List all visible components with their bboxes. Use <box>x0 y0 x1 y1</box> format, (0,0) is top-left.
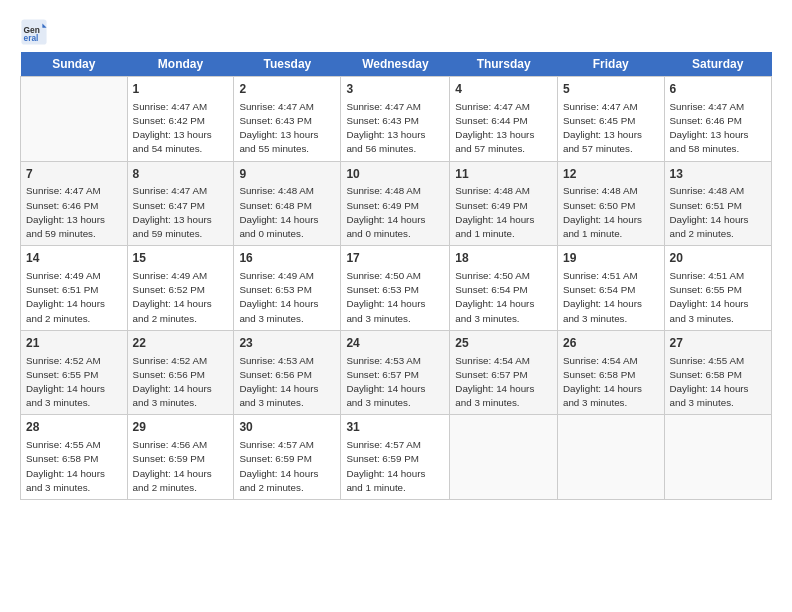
day-info: Sunrise: 4:57 AM Sunset: 6:59 PM Dayligh… <box>239 438 335 495</box>
day-info: Sunrise: 4:47 AM Sunset: 6:42 PM Dayligh… <box>133 100 229 157</box>
day-number: 4 <box>455 81 552 98</box>
calendar-cell: 13Sunrise: 4:48 AM Sunset: 6:51 PM Dayli… <box>664 161 771 246</box>
header-row: Gen eral <box>20 18 772 46</box>
day-info: Sunrise: 4:51 AM Sunset: 6:55 PM Dayligh… <box>670 269 766 326</box>
calendar-cell: 1Sunrise: 4:47 AM Sunset: 6:42 PM Daylig… <box>127 77 234 162</box>
day-info: Sunrise: 4:55 AM Sunset: 6:58 PM Dayligh… <box>670 354 766 411</box>
day-number: 17 <box>346 250 444 267</box>
day-number: 12 <box>563 166 659 183</box>
calendar-cell: 25Sunrise: 4:54 AM Sunset: 6:57 PM Dayli… <box>450 330 558 415</box>
col-header-tuesday: Tuesday <box>234 52 341 77</box>
calendar-week-4: 21Sunrise: 4:52 AM Sunset: 6:55 PM Dayli… <box>21 330 772 415</box>
calendar-cell: 8Sunrise: 4:47 AM Sunset: 6:47 PM Daylig… <box>127 161 234 246</box>
calendar-cell: 16Sunrise: 4:49 AM Sunset: 6:53 PM Dayli… <box>234 246 341 331</box>
calendar-cell: 21Sunrise: 4:52 AM Sunset: 6:55 PM Dayli… <box>21 330 128 415</box>
day-number: 15 <box>133 250 229 267</box>
day-number: 3 <box>346 81 444 98</box>
day-number: 23 <box>239 335 335 352</box>
day-number: 1 <box>133 81 229 98</box>
calendar-cell: 12Sunrise: 4:48 AM Sunset: 6:50 PM Dayli… <box>557 161 664 246</box>
day-number: 20 <box>670 250 766 267</box>
day-number: 26 <box>563 335 659 352</box>
day-number: 19 <box>563 250 659 267</box>
day-number: 13 <box>670 166 766 183</box>
day-info: Sunrise: 4:47 AM Sunset: 6:46 PM Dayligh… <box>26 184 122 241</box>
day-number: 16 <box>239 250 335 267</box>
col-header-monday: Monday <box>127 52 234 77</box>
col-header-wednesday: Wednesday <box>341 52 450 77</box>
calendar-cell: 11Sunrise: 4:48 AM Sunset: 6:49 PM Dayli… <box>450 161 558 246</box>
day-number: 29 <box>133 419 229 436</box>
calendar-cell: 19Sunrise: 4:51 AM Sunset: 6:54 PM Dayli… <box>557 246 664 331</box>
day-info: Sunrise: 4:53 AM Sunset: 6:57 PM Dayligh… <box>346 354 444 411</box>
day-number: 28 <box>26 419 122 436</box>
day-number: 18 <box>455 250 552 267</box>
day-info: Sunrise: 4:47 AM Sunset: 6:43 PM Dayligh… <box>239 100 335 157</box>
calendar-cell: 7Sunrise: 4:47 AM Sunset: 6:46 PM Daylig… <box>21 161 128 246</box>
calendar-week-2: 7Sunrise: 4:47 AM Sunset: 6:46 PM Daylig… <box>21 161 772 246</box>
day-number: 10 <box>346 166 444 183</box>
day-number: 31 <box>346 419 444 436</box>
calendar-week-3: 14Sunrise: 4:49 AM Sunset: 6:51 PM Dayli… <box>21 246 772 331</box>
day-info: Sunrise: 4:48 AM Sunset: 6:49 PM Dayligh… <box>455 184 552 241</box>
calendar-cell <box>664 415 771 500</box>
day-number: 2 <box>239 81 335 98</box>
calendar-cell: 18Sunrise: 4:50 AM Sunset: 6:54 PM Dayli… <box>450 246 558 331</box>
calendar-cell: 20Sunrise: 4:51 AM Sunset: 6:55 PM Dayli… <box>664 246 771 331</box>
page-container: Gen eral SundayMondayTuesdayWednesdayThu… <box>0 0 792 510</box>
calendar-cell: 17Sunrise: 4:50 AM Sunset: 6:53 PM Dayli… <box>341 246 450 331</box>
col-header-saturday: Saturday <box>664 52 771 77</box>
col-header-thursday: Thursday <box>450 52 558 77</box>
calendar-cell: 15Sunrise: 4:49 AM Sunset: 6:52 PM Dayli… <box>127 246 234 331</box>
day-number: 24 <box>346 335 444 352</box>
day-number: 7 <box>26 166 122 183</box>
day-number: 22 <box>133 335 229 352</box>
calendar-cell: 28Sunrise: 4:55 AM Sunset: 6:58 PM Dayli… <box>21 415 128 500</box>
calendar-cell: 23Sunrise: 4:53 AM Sunset: 6:56 PM Dayli… <box>234 330 341 415</box>
calendar-cell <box>450 415 558 500</box>
logo-icon: Gen eral <box>20 18 48 46</box>
day-info: Sunrise: 4:52 AM Sunset: 6:55 PM Dayligh… <box>26 354 122 411</box>
day-number: 14 <box>26 250 122 267</box>
calendar-cell: 24Sunrise: 4:53 AM Sunset: 6:57 PM Dayli… <box>341 330 450 415</box>
day-info: Sunrise: 4:51 AM Sunset: 6:54 PM Dayligh… <box>563 269 659 326</box>
day-number: 6 <box>670 81 766 98</box>
day-number: 27 <box>670 335 766 352</box>
day-info: Sunrise: 4:48 AM Sunset: 6:50 PM Dayligh… <box>563 184 659 241</box>
day-number: 9 <box>239 166 335 183</box>
calendar-cell: 5Sunrise: 4:47 AM Sunset: 6:45 PM Daylig… <box>557 77 664 162</box>
calendar-table: SundayMondayTuesdayWednesdayThursdayFrid… <box>20 52 772 500</box>
calendar-week-1: 1Sunrise: 4:47 AM Sunset: 6:42 PM Daylig… <box>21 77 772 162</box>
day-info: Sunrise: 4:48 AM Sunset: 6:51 PM Dayligh… <box>670 184 766 241</box>
calendar-cell: 4Sunrise: 4:47 AM Sunset: 6:44 PM Daylig… <box>450 77 558 162</box>
calendar-header-row: SundayMondayTuesdayWednesdayThursdayFrid… <box>21 52 772 77</box>
calendar-cell: 14Sunrise: 4:49 AM Sunset: 6:51 PM Dayli… <box>21 246 128 331</box>
calendar-cell: 26Sunrise: 4:54 AM Sunset: 6:58 PM Dayli… <box>557 330 664 415</box>
calendar-cell: 3Sunrise: 4:47 AM Sunset: 6:43 PM Daylig… <box>341 77 450 162</box>
calendar-cell: 29Sunrise: 4:56 AM Sunset: 6:59 PM Dayli… <box>127 415 234 500</box>
day-info: Sunrise: 4:49 AM Sunset: 6:53 PM Dayligh… <box>239 269 335 326</box>
col-header-friday: Friday <box>557 52 664 77</box>
day-number: 30 <box>239 419 335 436</box>
calendar-cell: 27Sunrise: 4:55 AM Sunset: 6:58 PM Dayli… <box>664 330 771 415</box>
day-info: Sunrise: 4:57 AM Sunset: 6:59 PM Dayligh… <box>346 438 444 495</box>
day-number: 5 <box>563 81 659 98</box>
day-info: Sunrise: 4:52 AM Sunset: 6:56 PM Dayligh… <box>133 354 229 411</box>
day-number: 25 <box>455 335 552 352</box>
day-info: Sunrise: 4:47 AM Sunset: 6:44 PM Dayligh… <box>455 100 552 157</box>
day-info: Sunrise: 4:47 AM Sunset: 6:43 PM Dayligh… <box>346 100 444 157</box>
day-number: 8 <box>133 166 229 183</box>
calendar-cell: 10Sunrise: 4:48 AM Sunset: 6:49 PM Dayli… <box>341 161 450 246</box>
svg-text:eral: eral <box>24 33 39 43</box>
col-header-sunday: Sunday <box>21 52 128 77</box>
logo: Gen eral <box>20 18 52 46</box>
day-info: Sunrise: 4:53 AM Sunset: 6:56 PM Dayligh… <box>239 354 335 411</box>
calendar-cell: 30Sunrise: 4:57 AM Sunset: 6:59 PM Dayli… <box>234 415 341 500</box>
day-info: Sunrise: 4:55 AM Sunset: 6:58 PM Dayligh… <box>26 438 122 495</box>
calendar-cell <box>21 77 128 162</box>
day-info: Sunrise: 4:47 AM Sunset: 6:45 PM Dayligh… <box>563 100 659 157</box>
day-info: Sunrise: 4:49 AM Sunset: 6:51 PM Dayligh… <box>26 269 122 326</box>
day-info: Sunrise: 4:49 AM Sunset: 6:52 PM Dayligh… <box>133 269 229 326</box>
calendar-cell: 22Sunrise: 4:52 AM Sunset: 6:56 PM Dayli… <box>127 330 234 415</box>
day-info: Sunrise: 4:50 AM Sunset: 6:54 PM Dayligh… <box>455 269 552 326</box>
